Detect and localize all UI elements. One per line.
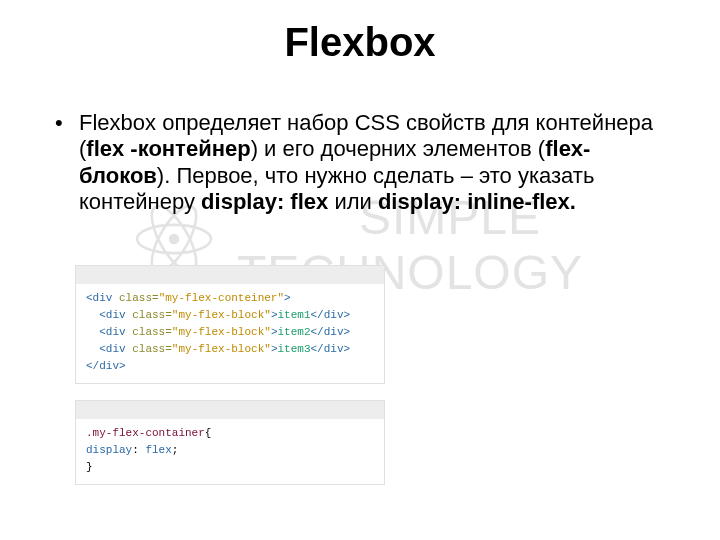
slide-title: Flexbox <box>0 20 720 65</box>
svg-point-3 <box>169 234 180 245</box>
code-css-body: .my-flex-container{ display: flex; } <box>76 419 384 484</box>
code-html-body: <div class="my-flex-conteiner"> <div cla… <box>76 284 384 383</box>
body-text: • Flexbox определяет набор CSS свойств д… <box>55 110 665 216</box>
bullet-text: Flexbox определяет набор CSS свойств для… <box>79 110 665 216</box>
code-block-html: <div class="my-flex-conteiner"> <div cla… <box>75 265 385 384</box>
bullet-icon: • <box>55 110 79 216</box>
svg-point-0 <box>137 225 211 253</box>
code-block-header <box>76 266 384 284</box>
code-block-header <box>76 401 384 419</box>
code-block-css: .my-flex-container{ display: flex; } <box>75 400 385 485</box>
